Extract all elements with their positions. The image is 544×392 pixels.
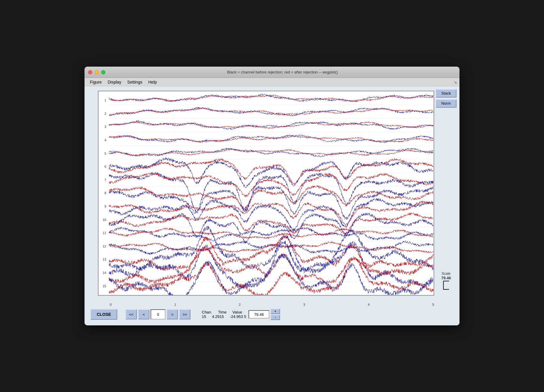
x-axis-labels: 012345 bbox=[87, 302, 457, 306]
y-axis-labels: 12345 678910 1112131415 bbox=[99, 91, 107, 295]
plus-minus-buttons: + - bbox=[271, 309, 280, 320]
window-title: Black = channel before rejection; red = … bbox=[109, 70, 456, 74]
menu-display[interactable]: Display bbox=[105, 79, 124, 85]
arrow-icon: ↘ bbox=[454, 80, 457, 84]
menu-bar: Figure Display Settings Help ↘ bbox=[85, 78, 459, 86]
menu-help[interactable]: Help bbox=[145, 79, 160, 85]
chan-value: 15 bbox=[202, 314, 206, 319]
menu-settings[interactable]: Settings bbox=[124, 79, 146, 85]
scale-input[interactable] bbox=[248, 310, 269, 319]
nav-first-button[interactable]: << bbox=[126, 309, 137, 319]
minimize-button[interactable] bbox=[95, 70, 99, 74]
eeg-plot[interactable]: 12345 678910 1112131415 bbox=[98, 91, 434, 296]
scale-bar bbox=[443, 281, 449, 290]
bottom-bar: CLOSE << < > >> Chan. Time Value 15 4.29… bbox=[87, 306, 457, 322]
data-value: -24.953 5 bbox=[230, 314, 246, 319]
plot-container: 12345 678910 1112131415 Scale 79.46 bbox=[87, 91, 457, 306]
close-window-button[interactable] bbox=[88, 70, 92, 74]
menu-figure[interactable]: Figure bbox=[87, 79, 105, 85]
nav-prev-button[interactable]: < bbox=[138, 309, 149, 319]
scale-display: 79.46 bbox=[441, 276, 451, 280]
minus-button[interactable]: - bbox=[271, 315, 280, 320]
window-controls bbox=[88, 70, 105, 74]
nav-last-button[interactable]: >> bbox=[179, 309, 190, 319]
main-content: Stack Norm 12345 678910 1112131415 bbox=[85, 86, 459, 325]
time-value: 4.2915 bbox=[212, 314, 224, 319]
scale-area: Scale 79.46 bbox=[436, 91, 457, 296]
eeg-canvas bbox=[109, 91, 434, 295]
title-bar: Black = channel before rejection; red = … bbox=[85, 67, 459, 78]
scale-control: + - bbox=[248, 309, 280, 320]
info-panel: Chan. Time Value 15 4.2915 -24.953 5 bbox=[202, 310, 246, 319]
chan-label: Chan. bbox=[202, 310, 212, 314]
main-window: Black = channel before rejection; red = … bbox=[85, 67, 459, 325]
time-label: Time bbox=[218, 310, 226, 314]
close-button[interactable]: CLOSE bbox=[90, 309, 117, 320]
plus-button[interactable]: + bbox=[271, 309, 280, 314]
scale-label: Scale bbox=[442, 272, 451, 276]
nav-value-input[interactable] bbox=[151, 309, 165, 319]
nav-next-button[interactable]: > bbox=[167, 309, 178, 319]
value-label: Value bbox=[232, 310, 242, 314]
maximize-button[interactable] bbox=[101, 70, 105, 74]
navigation-buttons: << < > >> bbox=[126, 309, 190, 319]
